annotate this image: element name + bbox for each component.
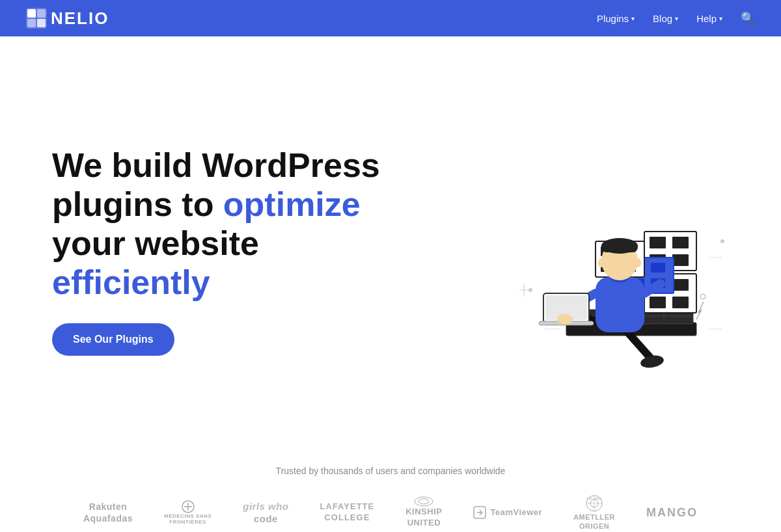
svg-point-48 bbox=[598, 258, 605, 267]
hero-illustration bbox=[404, 127, 729, 375]
navbar: NELIO Plugins ▾ Blog ▾ Help ▾ 🔍 bbox=[0, 0, 781, 36]
svg-point-34 bbox=[700, 294, 706, 299]
trusted-section: Trusted by thousands of users and compan… bbox=[0, 453, 781, 532]
search-icon[interactable]: 🔍 bbox=[741, 11, 755, 25]
svg-text:EST. 1850: EST. 1850 bbox=[587, 497, 602, 500]
svg-point-56 bbox=[528, 288, 532, 292]
logo-ametller: EST. 1850 AMETLLER ORIGEN bbox=[573, 494, 615, 531]
nav-blog[interactable]: Blog ▾ bbox=[653, 13, 678, 24]
logo-icon bbox=[26, 8, 47, 29]
hero-section: We build WordPress plugins to optimize y… bbox=[0, 36, 781, 453]
svg-point-40 bbox=[640, 354, 665, 369]
logo-rakuten: Rakuten Aquafadas bbox=[83, 501, 133, 524]
svg-point-57 bbox=[720, 239, 724, 243]
chevron-down-icon: ▾ bbox=[675, 15, 678, 22]
hero-text-block: We build WordPress plugins to optimize y… bbox=[52, 146, 380, 355]
svg-rect-22 bbox=[672, 297, 689, 308]
nav-plugins[interactable]: Plugins ▾ bbox=[597, 13, 635, 24]
kinship-icon bbox=[414, 496, 433, 507]
svg-rect-15 bbox=[672, 237, 689, 248]
svg-point-64 bbox=[418, 499, 429, 504]
svg-rect-43 bbox=[596, 277, 644, 332]
svg-rect-4 bbox=[37, 19, 46, 27]
svg-rect-14 bbox=[650, 237, 666, 248]
nav-help[interactable]: Help ▾ bbox=[696, 13, 722, 24]
teamviewer-icon bbox=[473, 506, 486, 519]
site-logo[interactable]: NELIO bbox=[26, 8, 109, 29]
trusted-tagline: Trusted by thousands of users and compan… bbox=[26, 466, 755, 476]
svg-point-55 bbox=[557, 314, 573, 325]
doctors-icon bbox=[178, 500, 198, 513]
logo-mango: MANGO bbox=[646, 505, 698, 520]
nav-links: Plugins ▾ Blog ▾ Help ▾ 🔍 bbox=[597, 11, 755, 25]
svg-rect-1 bbox=[27, 9, 36, 18]
logo-teamviewer: TeamViewer bbox=[473, 506, 542, 519]
svg-rect-20 bbox=[672, 279, 689, 291]
logo-kinship: KINSHIP UNITED bbox=[405, 496, 442, 529]
svg-rect-3 bbox=[27, 19, 36, 27]
svg-rect-2 bbox=[37, 9, 46, 18]
logo-lafayette: LAFAYETTE COLLEGE bbox=[320, 501, 375, 524]
chevron-down-icon: ▾ bbox=[719, 15, 722, 22]
logo-doctors: MÉDECINS SANSFRONTIÈRES bbox=[164, 500, 212, 525]
svg-rect-17 bbox=[672, 254, 689, 266]
see-plugins-button[interactable]: See Our Plugins bbox=[52, 323, 174, 356]
svg-rect-47 bbox=[601, 242, 638, 252]
logo-girlswhocode: girls who code bbox=[243, 500, 288, 525]
logo-text: NELIO bbox=[51, 8, 109, 29]
logos-row: Rakuten Aquafadas MÉDECINS SANSFRONTIÈRE… bbox=[26, 494, 755, 531]
hero-headline: We build WordPress plugins to optimize y… bbox=[52, 146, 380, 302]
svg-point-63 bbox=[415, 497, 433, 506]
svg-rect-25 bbox=[651, 263, 665, 273]
chevron-down-icon: ▾ bbox=[631, 15, 635, 22]
ametller-icon: EST. 1850 bbox=[585, 494, 603, 512]
svg-rect-21 bbox=[650, 297, 666, 308]
svg-point-49 bbox=[635, 258, 641, 267]
